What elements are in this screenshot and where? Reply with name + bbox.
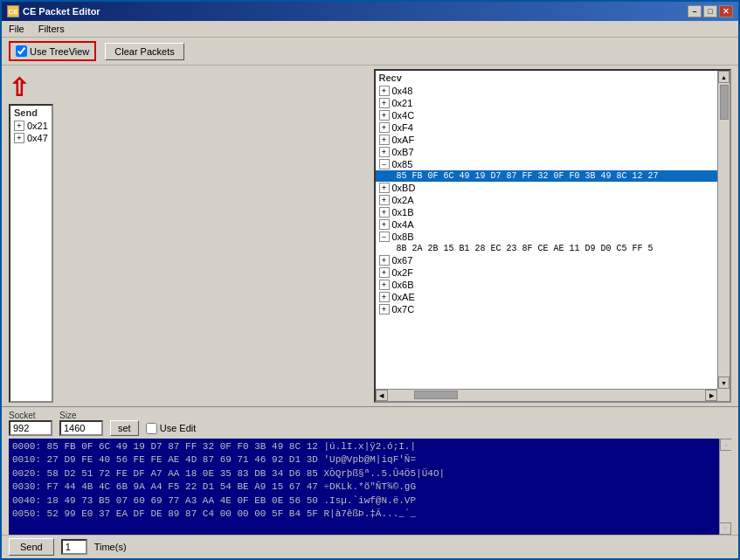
- use-treeview-checkbox[interactable]: [16, 45, 27, 57]
- scroll-left-btn[interactable]: ◀: [376, 390, 388, 401]
- recv-node-0x8B[interactable]: − 0x8B: [376, 231, 718, 243]
- use-treeview-label[interactable]: Use TreeView: [9, 41, 96, 61]
- recv-label-0x7C: 0x7C: [392, 304, 415, 315]
- expander-recv-0x67[interactable]: +: [379, 255, 390, 266]
- expander-recv-0xAF[interactable]: +: [379, 135, 390, 145]
- recv-label-0x21: 0x21: [392, 98, 413, 108]
- recv-label-0x1B: 0x1B: [392, 207, 414, 218]
- hex-scroll-up[interactable]: ▲: [720, 439, 731, 451]
- app-icon: CE: [7, 5, 19, 17]
- scroll-up-btn[interactable]: ▲: [718, 71, 730, 83]
- set-button[interactable]: set: [110, 420, 139, 436]
- hex-scrollbar[interactable]: ▲ ▼: [719, 439, 731, 535]
- recv-label-0x8B: 0x8B: [392, 232, 414, 242]
- recv-node-0xF4[interactable]: + 0xF4: [376, 121, 718, 134]
- recv-node-0xBD[interactable]: + 0xBD: [376, 182, 718, 194]
- expander-recv-0x85[interactable]: −: [379, 159, 390, 169]
- expander-recv-0x2F[interactable]: +: [379, 267, 390, 278]
- recv-node-0x6B[interactable]: + 0x6B: [376, 279, 718, 291]
- socket-bar: Socket Size set Use Edit: [2, 406, 738, 439]
- hex-line-3: 0030: F7 44 4B 4C 6B 9A A4 F5 22 D1 54 B…: [12, 480, 728, 494]
- expander-0x21[interactable]: +: [14, 121, 24, 131]
- recv-label-0x85: 0x85: [392, 159, 413, 169]
- expander-recv-0x48[interactable]: +: [379, 86, 390, 96]
- expander-recv-0x4A[interactable]: +: [379, 219, 390, 230]
- menu-filters[interactable]: Filters: [35, 23, 68, 35]
- h-scroll-thumb[interactable]: [414, 391, 458, 399]
- send-button[interactable]: Send: [9, 538, 54, 556]
- recv-label-0x4C: 0x4C: [392, 110, 415, 121]
- recv-label-0x48: 0x48: [392, 86, 413, 96]
- main-window: CE CE Packet Editor – □ ✕ File Filters U…: [0, 0, 740, 560]
- recv-scrollbar-vertical[interactable]: ▲ ▼: [717, 71, 730, 389]
- hex-line-2: 0020: 58 D2 51 72 FE DF A7 AA 18 0E 35 8…: [12, 467, 728, 480]
- recv-node-0x4C[interactable]: + 0x4C: [376, 109, 718, 121]
- scroll-right-btn[interactable]: ▶: [705, 390, 717, 401]
- menu-bar: File Filters: [2, 21, 738, 38]
- hex-line-5: 0050: 52 99 E0 37 EA DF DE 89 87 C4 00 0…: [12, 508, 728, 521]
- use-edit-checkbox[interactable]: [146, 423, 157, 434]
- send-node-label-0x21: 0x21: [27, 121, 48, 131]
- recv-data-0x85[interactable]: 85 FB 0F 6C 49 19 D7 87 FF 32 0F F0 3B 4…: [376, 170, 718, 182]
- size-field: Size: [59, 411, 103, 436]
- main-content: ⇧ Send + 0x21 + 0x47 Recv: [2, 66, 738, 406]
- recv-node-0x2F[interactable]: + 0x2F: [376, 266, 718, 279]
- size-input[interactable]: [59, 420, 103, 436]
- recv-node-0x1B[interactable]: + 0x1B: [376, 206, 718, 218]
- recv-node-0x21[interactable]: + 0x21: [376, 97, 718, 109]
- title-bar: CE CE Packet Editor – □ ✕: [2, 2, 738, 21]
- expander-recv-0xAE[interactable]: +: [379, 292, 390, 302]
- scroll-corner: [717, 389, 730, 401]
- close-button[interactable]: ✕: [719, 5, 733, 17]
- recv-label-0xF4: 0xF4: [392, 122, 413, 133]
- expander-recv-0x6B[interactable]: +: [379, 280, 390, 290]
- scroll-down-btn[interactable]: ▼: [718, 377, 730, 389]
- expander-recv-0x7C[interactable]: +: [379, 304, 390, 315]
- recv-label-0xB7: 0xB7: [392, 147, 414, 157]
- menu-file[interactable]: File: [5, 23, 28, 35]
- expander-recv-0x21[interactable]: +: [379, 98, 390, 108]
- recv-node-0x4A[interactable]: + 0x4A: [376, 218, 718, 231]
- send-tree[interactable]: Send + 0x21 + 0x47: [9, 104, 53, 403]
- use-edit-label[interactable]: Use Edit: [146, 423, 197, 434]
- hex-scroll-down[interactable]: ▼: [719, 522, 731, 535]
- recv-node-0xAF[interactable]: + 0xAF: [376, 134, 718, 146]
- recv-node-0x7C[interactable]: + 0x7C: [376, 303, 718, 315]
- expander-recv-0xBD[interactable]: +: [379, 183, 390, 193]
- expander-recv-0xB7[interactable]: +: [379, 147, 390, 157]
- expander-recv-0x8B[interactable]: −: [379, 232, 390, 242]
- send-node-label-0x47: 0x47: [27, 133, 48, 143]
- expander-0x47[interactable]: +: [14, 133, 24, 143]
- socket-label: Socket: [9, 411, 52, 420]
- recv-data-0x8B[interactable]: 8B 2A 2B 15 B1 28 EC 23 8F CE AE 11 D9 D…: [376, 243, 718, 254]
- recv-label-0x6B: 0x6B: [392, 280, 414, 290]
- socket-field: Socket: [9, 411, 52, 436]
- recv-label-0xAF: 0xAF: [392, 135, 415, 145]
- recv-label-0x2F: 0x2F: [392, 267, 413, 278]
- send-node-0x47[interactable]: + 0x47: [10, 132, 52, 144]
- recv-node-0xB7[interactable]: + 0xB7: [376, 146, 718, 158]
- h-scroll-track: [388, 390, 706, 401]
- send-node-0x21[interactable]: + 0x21: [10, 120, 52, 132]
- recv-scroll-area[interactable]: Recv + 0x48 + 0x21 + 0x4C: [376, 71, 718, 389]
- recv-node-0x67[interactable]: + 0x67: [376, 254, 718, 266]
- restore-button[interactable]: □: [703, 5, 717, 17]
- recv-tree-container[interactable]: Recv + 0x48 + 0x21 + 0x4C: [374, 69, 732, 403]
- times-input[interactable]: [61, 539, 87, 555]
- clear-packets-button[interactable]: Clear Packets: [105, 43, 183, 60]
- recv-node-0x48[interactable]: + 0x48: [376, 85, 718, 97]
- use-edit-text: Use Edit: [160, 423, 197, 433]
- recv-node-0x85[interactable]: − 0x85: [376, 158, 718, 170]
- expander-recv-0x1B[interactable]: +: [379, 207, 390, 218]
- expander-recv-0x2A[interactable]: +: [379, 195, 390, 205]
- socket-input[interactable]: [9, 420, 52, 436]
- expander-recv-0x4C[interactable]: +: [379, 110, 390, 121]
- recv-node-0xAE[interactable]: + 0xAE: [376, 291, 718, 303]
- expander-recv-0xF4[interactable]: +: [379, 122, 390, 133]
- toolbar: Use TreeView Clear Packets: [2, 38, 738, 66]
- recv-panel: Recv + 0x48 + 0x21 + 0x4C: [374, 69, 732, 403]
- recv-scrollbar-horizontal[interactable]: ◀ ▶: [376, 389, 718, 401]
- minimize-button[interactable]: –: [688, 5, 702, 17]
- recv-label-0xAE: 0xAE: [392, 292, 415, 302]
- recv-node-0x2A[interactable]: + 0x2A: [376, 194, 718, 206]
